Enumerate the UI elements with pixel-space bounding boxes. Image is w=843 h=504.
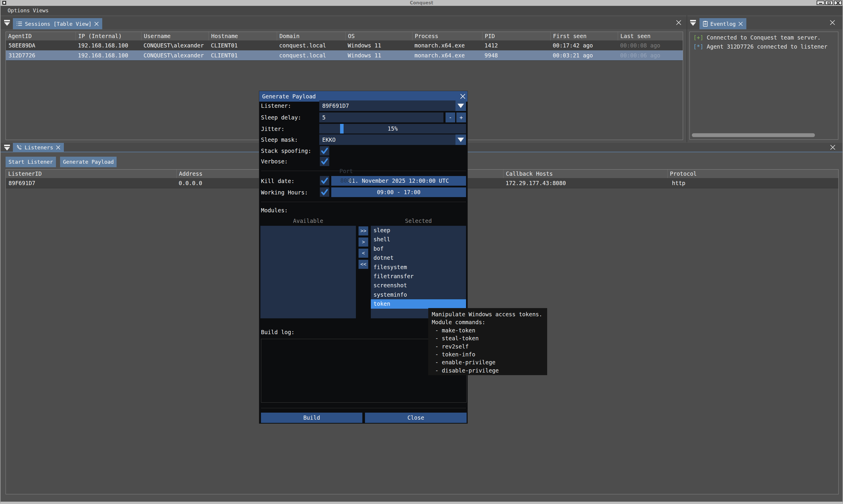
tab-listeners[interactable]: Listeners (13, 143, 64, 152)
sessions-table-header[interactable]: AgentID IP (Internal) Username Hostname … (6, 32, 683, 41)
jitter-slider[interactable]: 15% (319, 124, 466, 133)
stack-spoofing-checkbox[interactable] (320, 146, 329, 156)
star-badge: [*] (693, 43, 703, 50)
col-process[interactable]: Process (412, 32, 484, 40)
move-all-left-button[interactable]: << (359, 260, 368, 269)
module-item-filesystem[interactable]: filesystem (371, 263, 466, 272)
working-hours-checkbox[interactable] (320, 187, 329, 197)
col-listenerid[interactable]: ListenerID (6, 169, 178, 178)
generate-payload-button[interactable]: Generate Payload (60, 157, 116, 167)
session-row-312D7726-selected[interactable]: 312D7726 192.168.168.100 CONQUEST\alexan… (6, 50, 683, 60)
menu-views[interactable]: Views (31, 6, 50, 15)
cell-last-seen: 00:00:06 ago (620, 50, 660, 60)
cell-listenerid: 89F691D7 (8, 178, 35, 188)
module-item-shell[interactable]: shell (371, 235, 466, 244)
col-callback-hosts[interactable]: Callback Hosts (503, 169, 669, 178)
minimize-button[interactable] (817, 1, 825, 5)
close-button[interactable]: Close (365, 413, 467, 423)
working-hours-label: Working Hours: (261, 189, 308, 196)
listener-combobox[interactable]: 89F691D7 (319, 101, 455, 111)
col-pid[interactable]: PID (482, 32, 553, 40)
cell-callback-hosts: 172.29.177.43:8080 (506, 178, 566, 188)
tab-close-icon[interactable] (94, 22, 99, 26)
cell-pid: 9948 (484, 50, 498, 60)
sleep-mask-combobox[interactable]: EKKO (319, 134, 455, 145)
sleep-mask-label: Sleep mask: (261, 137, 298, 143)
sleep-mask-combo-arrow[interactable] (455, 134, 466, 145)
dialog-titlebar[interactable]: Generate Payload (259, 91, 467, 102)
build-button[interactable]: Build (261, 413, 362, 423)
module-item-dotnet[interactable]: dotnet (371, 253, 466, 263)
maximize-button[interactable] (825, 1, 833, 5)
eventlog-output[interactable]: [+] Connected to Conquest team server. [… (689, 32, 838, 140)
panel-divider (686, 15, 687, 142)
selected-list-header: Selected (371, 218, 466, 224)
cell-protocol: http (672, 178, 685, 188)
check-icon (320, 157, 329, 166)
move-one-left-button[interactable]: < (359, 249, 368, 258)
tooltip-line: - enable-privilege (432, 358, 547, 366)
working-hours-button[interactable]: 09:00 - 17:00 (331, 187, 466, 197)
cell-hostname: CLIENT01 (211, 50, 238, 60)
cell-agentid: 312D7726 (8, 50, 35, 60)
module-item-screenshot[interactable]: screenshot (371, 281, 466, 290)
menu-options[interactable]: Options (6, 6, 32, 15)
sleep-delay-increment-button[interactable]: + (456, 112, 466, 122)
clipboard-icon (703, 21, 708, 26)
col-last-seen[interactable]: Last seen (618, 32, 685, 40)
module-item-filetransfer[interactable]: filetransfer (371, 272, 466, 281)
start-listener-button[interactable]: Start Listener (5, 157, 56, 167)
tooltip-line: - make-token (432, 326, 547, 335)
tooltip-line: Manipulate Windows access tokens. (432, 310, 547, 318)
col-first-seen[interactable]: First seen (550, 32, 620, 40)
kill-date-checkbox[interactable] (320, 176, 329, 185)
dialog-title: Generate Payload (262, 93, 316, 100)
collapse-panel-icon[interactable] (4, 20, 11, 26)
tab-eventlog[interactable]: Eventlog (699, 18, 746, 29)
collapse-panel-icon[interactable] (4, 145, 11, 150)
sleep-delay-decrement-button[interactable]: - (446, 112, 455, 122)
listeners-panel-close-icon[interactable] (830, 145, 836, 150)
tab-close-icon[interactable] (56, 145, 60, 150)
tooltip-line: - rev2self (432, 343, 547, 350)
move-one-right-button[interactable]: > (359, 237, 368, 247)
verbose-checkbox[interactable] (320, 157, 329, 166)
available-modules-list[interactable] (261, 226, 356, 318)
dialog-close-icon[interactable] (460, 94, 465, 99)
cell-os: Windows 11 (348, 50, 381, 60)
cell-agentid: 58EE89DA (8, 40, 35, 50)
verbose-label: Verbose: (261, 158, 288, 165)
session-row-58EE89DA[interactable]: 58EE89DA 192.168.168.100 CONQUEST\alexan… (6, 40, 683, 51)
list-icon (16, 21, 22, 26)
col-protocol[interactable]: Protocol (667, 169, 841, 178)
module-item-token-selected[interactable]: token (371, 299, 466, 308)
module-item-sleep[interactable]: sleep (371, 226, 466, 235)
col-ip[interactable]: IP (Internal) (76, 32, 144, 40)
separator (261, 171, 466, 171)
cell-domain: conquest.local (279, 50, 326, 60)
eventlog-panel-close-icon[interactable] (830, 20, 835, 25)
collapse-panel-icon[interactable] (690, 20, 697, 26)
eventlog-line: [*] Agent 312D7726 connected to listener (693, 43, 827, 50)
col-agentid[interactable]: AgentID (6, 32, 78, 40)
selected-modules-list[interactable]: sleep shell bof dotnet filesystem filetr… (371, 226, 466, 318)
titlebar: Conquest (1, 0, 842, 6)
col-os[interactable]: OS (345, 32, 414, 40)
col-domain[interactable]: Domain (277, 32, 348, 40)
tab-sessions-table-view[interactable]: Sessions [Table View] (13, 18, 102, 29)
col-username[interactable]: Username (141, 32, 211, 40)
move-all-right-button[interactable]: >> (359, 227, 368, 235)
tab-close-icon[interactable] (738, 22, 743, 26)
module-item-bof[interactable]: bof (371, 244, 466, 253)
tab-sessions-label: Sessions [Table View] (25, 21, 92, 27)
cell-first-seen: 00:03:21 ago (553, 50, 593, 60)
modules-label: Modules: (261, 207, 288, 214)
col-hostname[interactable]: Hostname (209, 32, 279, 40)
minimize-icon (819, 3, 822, 4)
listener-combo-arrow[interactable] (455, 101, 466, 111)
module-item-systeminfo[interactable]: systeminfo (371, 290, 466, 299)
close-window-button[interactable] (834, 1, 842, 5)
horizontal-scrollbar[interactable] (692, 133, 815, 137)
sessions-panel-close-icon[interactable] (676, 20, 681, 25)
sleep-delay-input[interactable]: 5 (319, 112, 444, 122)
